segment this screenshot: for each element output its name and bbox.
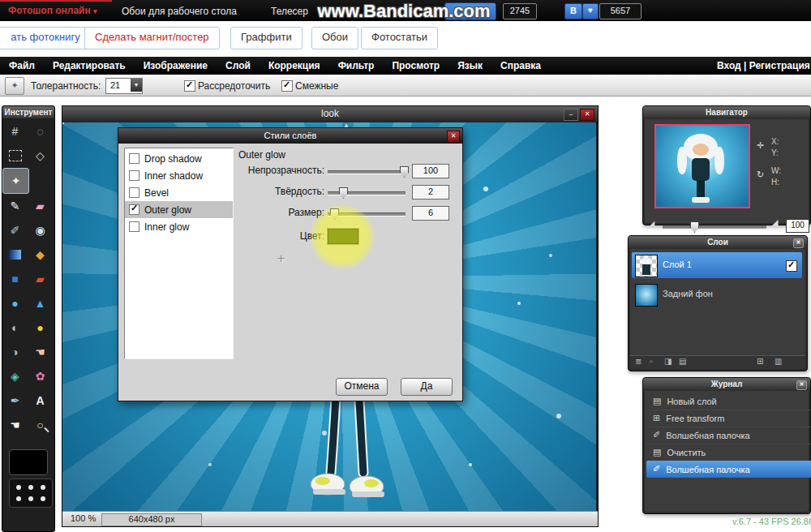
history-item-free-transform[interactable]: ⊞ Free transform	[646, 410, 811, 427]
marquee-tool[interactable]	[2, 144, 28, 168]
register-link[interactable]: Регистрация	[749, 60, 810, 71]
brush-tool[interactable]: ✐	[2, 218, 28, 242]
magnet-poster-button[interactable]: Сделать магнит/постер	[84, 27, 220, 49]
inner-shadow-checkbox[interactable]	[129, 170, 139, 181]
history-item-magic-wand-2[interactable]: ✐ Волшебная палочка	[646, 461, 811, 478]
burn-tool[interactable]: ◑	[2, 340, 28, 364]
dialog-close-button[interactable]: ✕	[447, 131, 460, 143]
graffiti-button[interactable]: Граффити	[230, 27, 303, 49]
history-item-new-layer[interactable]: ▤ Новый слой	[646, 393, 811, 410]
scatter-checkbox[interactable]	[184, 80, 195, 92]
sponge-tool[interactable]: ●	[28, 315, 53, 340]
drop-shadow-checkbox[interactable]	[129, 153, 139, 164]
polygon-lasso-tool[interactable]: ◇	[28, 144, 53, 168]
hardness-slider-thumb[interactable]	[339, 187, 348, 199]
topbar-link-wallpapers[interactable]: Обои для рабочего стола	[122, 6, 237, 17]
photo-articles-button[interactable]: Фотостатьи	[361, 27, 438, 49]
size-value[interactable]: 6	[412, 206, 449, 221]
contiguous-checkbox[interactable]	[281, 80, 293, 92]
outer-glow-checkbox[interactable]	[129, 204, 139, 215]
hand-tool[interactable]: ☚	[2, 413, 28, 437]
b-badge[interactable]: B	[564, 3, 582, 19]
history-item-clear[interactable]: ▤ Очистить	[646, 444, 811, 461]
delete-layer-icon[interactable]: ▥	[775, 357, 782, 366]
zoom-out-icon[interactable]: ◢	[650, 220, 654, 227]
wallpapers-button[interactable]: Обои	[311, 27, 358, 49]
layers-body: Слой 1 Задний фон ≣ ▫ ◨ ▤ ⊞ ▥	[630, 249, 805, 369]
navigator-zoom-track[interactable]	[663, 225, 766, 229]
dialog-title-bar[interactable]: Стили слоёв	[118, 128, 462, 144]
navigator-thumbnail[interactable]	[654, 124, 750, 208]
clone-stamp-tool[interactable]: ◉	[28, 218, 53, 242]
opacity-slider-track[interactable]	[328, 170, 406, 174]
menu-layer[interactable]: Слой	[217, 60, 260, 71]
glow-color-swatch[interactable]	[328, 229, 358, 244]
zoom-in-icon[interactable]: ◢	[771, 217, 778, 228]
menu-adjust[interactable]: Коррекция	[260, 60, 329, 71]
layers-close-icon[interactable]: ✕	[793, 238, 804, 248]
dodge-tool[interactable]: ◐	[2, 315, 28, 340]
layer-blend-icon[interactable]: ▫	[650, 357, 653, 366]
document-title-bar[interactable]: look – ✕	[62, 106, 598, 123]
text-tool[interactable]: A	[28, 388, 53, 413]
magic-wand-tool[interactable]: ✦	[2, 168, 29, 194]
history-item-magic-wand[interactable]: ✐ Волшебная палочка	[646, 427, 811, 444]
navigator-zoom-value[interactable]: 100	[786, 219, 809, 233]
sharpen-tool[interactable]: ▲	[28, 291, 53, 315]
menu-image[interactable]: Изображение	[135, 60, 217, 71]
cancel-button[interactable]: Отмена	[336, 378, 388, 396]
minimize-button[interactable]: –	[564, 109, 578, 121]
journal-close-icon[interactable]: ✕	[796, 380, 807, 390]
counter-badge-2: 5657	[599, 3, 642, 19]
ok-button[interactable]: Да	[401, 378, 453, 396]
menu-filter[interactable]: Фильтр	[329, 60, 384, 71]
auth-links: Вход | Регистрация	[717, 60, 810, 71]
blur-tool[interactable]: ●	[2, 291, 28, 315]
layers-title: Слои	[707, 238, 728, 247]
opacity-slider-thumb[interactable]	[400, 166, 409, 178]
smudge-tool[interactable]: ☚	[28, 340, 53, 364]
layer-style-icon[interactable]: ▤	[679, 357, 686, 366]
shape-tool[interactable]: ✿	[28, 364, 53, 388]
lasso-tool[interactable]: ◌	[28, 119, 53, 144]
heart-icon[interactable]: ♥	[582, 3, 599, 19]
stamp-tool[interactable]: ▰	[28, 267, 53, 291]
menu-help[interactable]: Справка	[491, 60, 550, 71]
pencil-tool[interactable]: ✎	[2, 194, 28, 218]
palette-dots[interactable]	[9, 478, 53, 508]
layer-visibility-checkbox[interactable]	[786, 260, 797, 272]
layer-row-1[interactable]: Слой 1	[632, 252, 802, 278]
menu-language[interactable]: Язык	[448, 60, 491, 71]
fill-tool[interactable]: ■	[2, 267, 28, 291]
opacity-value[interactable]: 100	[412, 164, 449, 178]
bevel-checkbox[interactable]	[129, 187, 139, 198]
active-tool-icon[interactable]: ✦	[5, 77, 24, 95]
tolerance-select[interactable]: 21 ▾	[105, 78, 143, 94]
shape-icon: ✿	[36, 370, 45, 383]
hardness-value[interactable]: 2	[412, 185, 449, 200]
navigator-zoom-thumb[interactable]	[690, 221, 699, 233]
gradient-tool[interactable]	[2, 242, 28, 267]
color-picker-swatch[interactable]	[9, 449, 48, 475]
eraser-tool[interactable]: ▰	[28, 194, 53, 218]
color-select-tool[interactable]: ◈	[2, 364, 28, 388]
style-label: Drop shadow	[144, 153, 202, 165]
menu-view[interactable]: Просмотр	[383, 60, 448, 71]
crop-tool[interactable]: #	[2, 119, 28, 144]
size-slider-track[interactable]	[328, 212, 406, 217]
inner-glow-checkbox[interactable]	[129, 221, 139, 232]
menu-edit[interactable]: Редактировать	[44, 60, 135, 71]
zoom-tool[interactable]: ○	[28, 413, 53, 437]
brand-menu[interactable]: Фотошоп онлайн ▾	[8, 5, 97, 16]
menu-file[interactable]: Файл	[0, 60, 44, 71]
blur-drop-icon: ●	[11, 297, 18, 310]
size-slider-thumb[interactable]	[330, 208, 339, 220]
close-button[interactable]: ✕	[580, 109, 594, 121]
login-link[interactable]: Вход	[717, 60, 741, 71]
new-layer-icon[interactable]: ⊞	[757, 357, 763, 366]
layer-mask-icon[interactable]: ◨	[664, 357, 672, 366]
pen-tool[interactable]: ✒	[2, 388, 28, 413]
layer-row-background[interactable]: Задний фон	[632, 281, 802, 307]
paint-bucket-tool[interactable]: ◆	[28, 242, 53, 267]
layer-menu-icon[interactable]: ≣	[635, 357, 642, 366]
